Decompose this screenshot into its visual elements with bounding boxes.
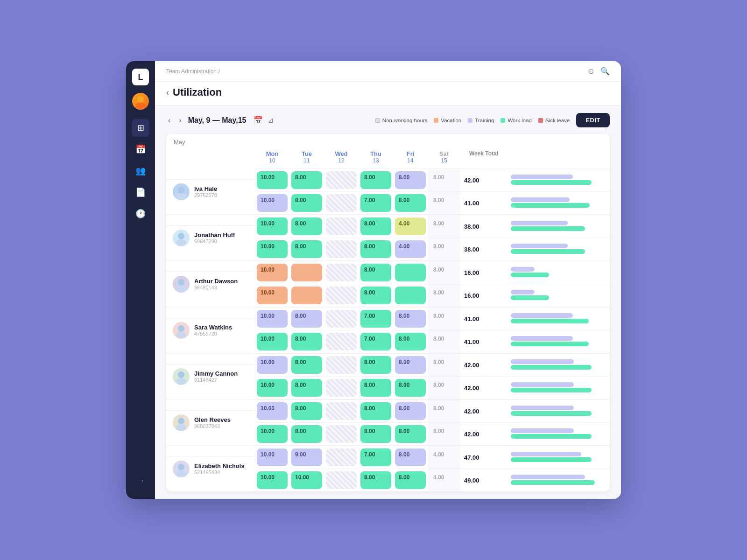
svg-point-12 — [178, 418, 184, 424]
calendar-cell: 10.00 — [255, 353, 289, 376]
calendar-cell — [324, 422, 359, 445]
help-icon[interactable]: ⊙ — [588, 67, 594, 76]
sidebar-item-calendar[interactable]: 📅 — [132, 140, 149, 158]
calendar-cell — [324, 238, 359, 260]
sidebar-item-docs[interactable]: 📄 — [132, 183, 149, 201]
chart-bar — [507, 238, 610, 260]
sidebar: L ⊞ 📅 👥 📄 🕐 → — [126, 61, 155, 499]
calendar-cell — [393, 261, 428, 284]
calendar-cell: 8.00 — [289, 330, 324, 353]
calendar-cell: 8.00 — [359, 399, 393, 422]
week-total: 42.00 — [460, 376, 507, 399]
person-avatar — [173, 230, 190, 246]
svg-point-7 — [176, 286, 186, 292]
calendar-cell — [289, 261, 324, 284]
edit-button[interactable]: EDIT — [576, 113, 610, 127]
col-header-Fri: Fri14 — [393, 147, 428, 168]
person-info: Jonathan Huff 69647290 — [166, 225, 255, 250]
calendar-cell: 10.00 — [255, 399, 289, 422]
person-info: Arthur Dawson 56490143 — [166, 272, 255, 296]
calendar-cell — [393, 284, 428, 307]
col-header-Tue: Tue11 — [289, 147, 324, 168]
calendar-cell: 8.00 — [289, 353, 324, 376]
calendar-cell: 8.00 — [359, 215, 393, 238]
calendar-cell — [324, 330, 359, 353]
svg-point-13 — [176, 424, 186, 431]
chart-bar — [507, 168, 610, 191]
person-col-header — [166, 147, 255, 168]
calendar-cell: 8.00 — [359, 422, 393, 445]
week-total: 41.00 — [460, 307, 507, 330]
person-name: Sara Watkins — [194, 324, 232, 331]
calendar-cell: 7.00 — [359, 446, 393, 469]
sidebar-item-grid[interactable]: ⊞ — [132, 119, 149, 137]
workload-dot — [500, 118, 505, 123]
calendar-cell: 8.00 — [359, 376, 393, 399]
calendar-cell: 8.00 — [289, 307, 324, 330]
week-total: 49.00 — [460, 469, 507, 491]
person-id: 91145427 — [194, 377, 238, 383]
svg-point-9 — [176, 332, 186, 338]
col-header-Thu: Thu13 — [359, 147, 393, 168]
calendar-cell: 8.00 — [393, 168, 428, 191]
sidebar-expand-btn[interactable]: → — [136, 470, 145, 491]
week-total: 42.00 — [460, 422, 507, 445]
calendar-cell — [324, 168, 359, 191]
page-header: ‹ Utilization — [155, 82, 621, 105]
back-button[interactable]: ‹ — [166, 88, 169, 98]
calendar-cell: 7.00 — [359, 330, 393, 353]
calendar-cell: 10.00 — [255, 446, 289, 469]
calendar-cell — [324, 399, 359, 422]
calendar-cell: 4.00 — [393, 238, 428, 260]
week-total: 16.00 — [460, 261, 507, 284]
calendar-cell: 10.00 — [255, 261, 289, 284]
chart-bar — [507, 330, 610, 353]
person-avatar — [173, 322, 190, 339]
calendar-cell: 8.00 — [428, 353, 460, 376]
calendar-cell: 10.00 — [255, 376, 289, 399]
calendar-cell: 8.00 — [393, 399, 428, 422]
chart-bar — [507, 399, 610, 422]
col-header-Mon: Mon10 — [255, 147, 289, 168]
svg-point-4 — [178, 233, 184, 239]
calendar-cell: 8.00 — [428, 238, 460, 260]
calendar-cell: 8.00 — [359, 353, 393, 376]
calendar-cell: 8.00 — [428, 191, 460, 214]
svg-point-11 — [176, 378, 186, 385]
week-total: 41.00 — [460, 330, 507, 353]
calendar-cell — [324, 353, 359, 376]
chart-bar — [507, 353, 610, 376]
week-total: 38.00 — [460, 238, 507, 260]
calendar-cell: 8.00 — [289, 168, 324, 191]
svg-point-8 — [178, 325, 184, 332]
calendar-cell: 8.00 — [359, 238, 393, 260]
search-icon[interactable]: 🔍 — [600, 67, 610, 76]
sidebar-item-clock[interactable]: 🕐 — [132, 205, 149, 223]
calendar-cell: 10.00 — [255, 215, 289, 238]
calendar-cell: 8.00 — [428, 261, 460, 284]
chart-bar — [507, 422, 610, 445]
prev-btn[interactable]: ‹ — [166, 114, 172, 126]
sidebar-item-people[interactable]: 👥 — [132, 162, 149, 180]
calendar-cell: 4.00 — [393, 215, 428, 238]
week-total: 42.00 — [460, 353, 507, 376]
filter-icon[interactable]: ⊿ — [268, 116, 274, 125]
week-total: 47.00 — [460, 446, 507, 469]
next-btn[interactable]: › — [177, 114, 183, 126]
calendar-cell — [324, 307, 359, 330]
calendar-cell: 8.00 — [289, 422, 324, 445]
calendar-icon[interactable]: 📅 — [254, 116, 263, 125]
calendar-cell: 8.00 — [393, 307, 428, 330]
breadcrumb: Team Administration / — [166, 68, 220, 75]
calendar-cell: 8.00 — [428, 284, 460, 307]
calendar-cell: 8.00 — [289, 399, 324, 422]
topbar: Team Administration / ⊙ 🔍 — [155, 61, 621, 82]
week-total: 41.00 — [460, 191, 507, 214]
person-info: Jimmy Cannon 91145427 — [166, 364, 255, 389]
calendar-cell: 8.00 — [428, 422, 460, 445]
calendar-cell — [324, 215, 359, 238]
user-avatar[interactable] — [132, 93, 149, 110]
sickleave-dot — [538, 118, 543, 123]
calendar-cell: 10.00 — [255, 238, 289, 260]
person-id: 69647290 — [194, 238, 235, 244]
